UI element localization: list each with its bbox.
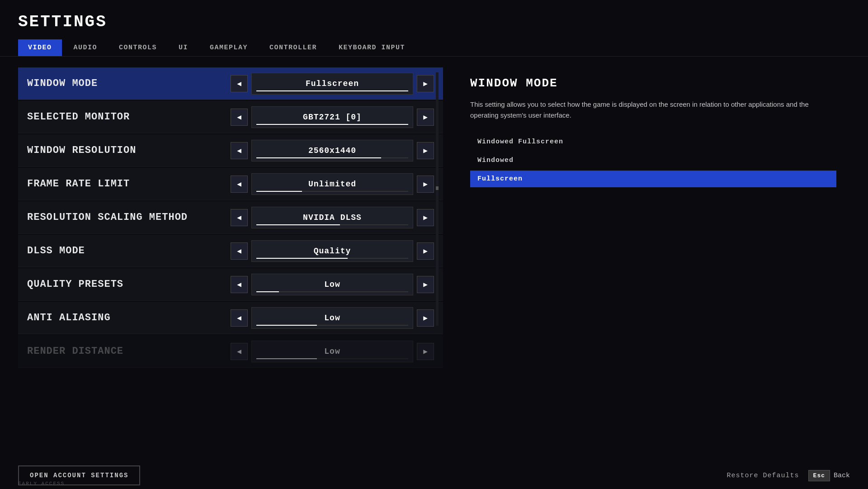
progress-window-resolution [256, 157, 408, 158]
tab-keyboard-input[interactable]: KEYBOARD INPUT [329, 39, 415, 56]
prev-render-distance[interactable]: ◀ [231, 343, 248, 360]
setting-row-dlss-mode: DLSS Mode ◀ Quality ▶ [18, 235, 443, 267]
setting-row-frame-rate-limit: Frame Rate Limit ◀ Unlimited ▶ [18, 168, 443, 200]
value-bar-dlss-mode: Quality [251, 240, 413, 262]
tab-ui[interactable]: UI [169, 39, 198, 56]
value-window-mode: Fullscreen [306, 79, 359, 88]
next-dlss-mode[interactable]: ▶ [417, 242, 434, 260]
prev-window-mode[interactable]: ◀ [231, 75, 248, 92]
next-selected-monitor[interactable]: ▶ [417, 109, 434, 126]
control-selected-monitor: ◀ GBT2721 [0] ▶ [231, 106, 434, 128]
nav-tabs: VIDEO AUDIO CONTROLS UI GAMEPLAY CONTROL… [0, 39, 868, 57]
tab-video[interactable]: VIDEO [18, 39, 62, 56]
setting-row-quality-presets: Quality Presets ◀ Low ▶ [18, 268, 443, 301]
esc-back-control[interactable]: Esc Back [808, 470, 850, 481]
value-dlss-mode: Quality [314, 247, 351, 256]
bottom-bar: OPEN ACCOUNT SETTINGS Restore Defaults E… [0, 462, 868, 489]
info-description: This setting allows you to select how th… [470, 99, 836, 121]
info-panel: WINDOW MODE This setting allows you to s… [457, 67, 850, 484]
setting-row-render-distance: Render Distance ◀ Low ▶ [18, 335, 443, 368]
scrollbar[interactable] [436, 72, 439, 326]
option-list: Windowed Fullscreen Windowed Fullscreen [470, 133, 836, 187]
value-bar-anti-aliasing: Low [251, 307, 413, 329]
label-resolution-scaling-method: Resolution Scaling Method [27, 212, 222, 223]
label-render-distance: Render Distance [27, 346, 222, 357]
next-window-resolution[interactable]: ▶ [417, 142, 434, 159]
prev-anti-aliasing[interactable]: ◀ [231, 309, 248, 327]
scrollbar-thumb[interactable] [436, 186, 439, 190]
tab-controls[interactable]: CONTROLS [109, 39, 167, 56]
value-bar-frame-rate-limit: Unlimited [251, 173, 413, 195]
value-frame-rate-limit: Unlimited [308, 180, 356, 189]
setting-row-window-mode: Window Mode ◀ Fullscreen ▶ [18, 67, 443, 100]
option-fullscreen[interactable]: Fullscreen [470, 171, 836, 187]
prev-dlss-mode[interactable]: ◀ [231, 242, 248, 260]
control-render-distance: ◀ Low ▶ [231, 341, 434, 362]
label-window-mode: Window Mode [27, 78, 222, 89]
setting-row-window-resolution: Window Resolution ◀ 2560x1440 ▶ [18, 134, 443, 167]
next-resolution-scaling-method[interactable]: ▶ [417, 209, 434, 226]
label-window-resolution: Window Resolution [27, 145, 222, 156]
value-bar-quality-presets: Low [251, 274, 413, 295]
progress-selected-monitor [256, 124, 408, 125]
esc-badge: Esc [808, 470, 830, 481]
prev-resolution-scaling-method[interactable]: ◀ [231, 209, 248, 226]
next-frame-rate-limit[interactable]: ▶ [417, 176, 434, 193]
label-anti-aliasing: Anti Aliasing [27, 312, 222, 323]
control-window-resolution: ◀ 2560x1440 ▶ [231, 140, 434, 161]
value-window-resolution: 2560x1440 [308, 146, 356, 155]
prev-window-resolution[interactable]: ◀ [231, 142, 248, 159]
next-quality-presets[interactable]: ▶ [417, 276, 434, 293]
next-anti-aliasing[interactable]: ▶ [417, 309, 434, 327]
value-bar-render-distance: Low [251, 341, 413, 362]
value-selected-monitor: GBT2721 [0] [303, 113, 362, 122]
progress-dlss-mode [256, 258, 408, 259]
progress-window-mode [256, 90, 408, 91]
label-frame-rate-limit: Frame Rate Limit [27, 178, 222, 190]
option-windowed[interactable]: Windowed [470, 152, 836, 169]
value-quality-presets: Low [324, 280, 340, 289]
tab-gameplay[interactable]: GAMEPLAY [200, 39, 258, 56]
page-title: SETTINGS [0, 0, 868, 39]
progress-resolution-scaling-method [256, 224, 408, 225]
info-title: WINDOW MODE [470, 76, 836, 90]
early-access-label: EARLY ACCESS [18, 481, 65, 486]
option-windowed-fullscreen[interactable]: Windowed Fullscreen [470, 133, 836, 150]
settings-panel: Window Mode ◀ Fullscreen ▶ Selected Moni… [18, 67, 443, 484]
back-label: Back [834, 472, 850, 480]
value-anti-aliasing: Low [324, 313, 340, 323]
value-render-distance: Low [324, 347, 340, 356]
setting-row-selected-monitor: Selected Monitor ◀ GBT2721 [0] ▶ [18, 101, 443, 133]
label-dlss-mode: DLSS Mode [27, 245, 222, 256]
progress-frame-rate-limit [256, 191, 408, 192]
progress-render-distance [256, 358, 408, 359]
label-quality-presets: Quality Presets [27, 279, 222, 290]
setting-row-anti-aliasing: Anti Aliasing ◀ Low ▶ [18, 302, 443, 334]
control-dlss-mode: ◀ Quality ▶ [231, 240, 434, 262]
prev-quality-presets[interactable]: ◀ [231, 276, 248, 293]
tab-audio[interactable]: AUDIO [64, 39, 108, 56]
setting-row-resolution-scaling-method: Resolution Scaling Method ◀ NVIDIA DLSS … [18, 201, 443, 234]
tab-controller[interactable]: CONTROLLER [259, 39, 327, 56]
value-bar-window-mode: Fullscreen [251, 73, 413, 95]
restore-defaults-button[interactable]: Restore Defaults [727, 472, 799, 480]
value-resolution-scaling-method: NVIDIA DLSS [303, 213, 362, 222]
progress-anti-aliasing [256, 325, 408, 326]
prev-selected-monitor[interactable]: ◀ [231, 109, 248, 126]
prev-frame-rate-limit[interactable]: ◀ [231, 176, 248, 193]
control-frame-rate-limit: ◀ Unlimited ▶ [231, 173, 434, 195]
value-bar-window-resolution: 2560x1440 [251, 140, 413, 161]
control-anti-aliasing: ◀ Low ▶ [231, 307, 434, 329]
next-window-mode[interactable]: ▶ [417, 75, 434, 92]
main-layout: Window Mode ◀ Fullscreen ▶ Selected Moni… [0, 67, 868, 484]
progress-quality-presets [256, 291, 408, 292]
control-resolution-scaling-method: ◀ NVIDIA DLSS ▶ [231, 207, 434, 228]
value-bar-selected-monitor: GBT2721 [0] [251, 106, 413, 128]
control-window-mode: ◀ Fullscreen ▶ [231, 73, 434, 95]
control-quality-presets: ◀ Low ▶ [231, 274, 434, 295]
bottom-right: Restore Defaults Esc Back [727, 470, 850, 481]
label-selected-monitor: Selected Monitor [27, 111, 222, 123]
value-bar-resolution-scaling-method: NVIDIA DLSS [251, 207, 413, 228]
next-render-distance[interactable]: ▶ [417, 343, 434, 360]
